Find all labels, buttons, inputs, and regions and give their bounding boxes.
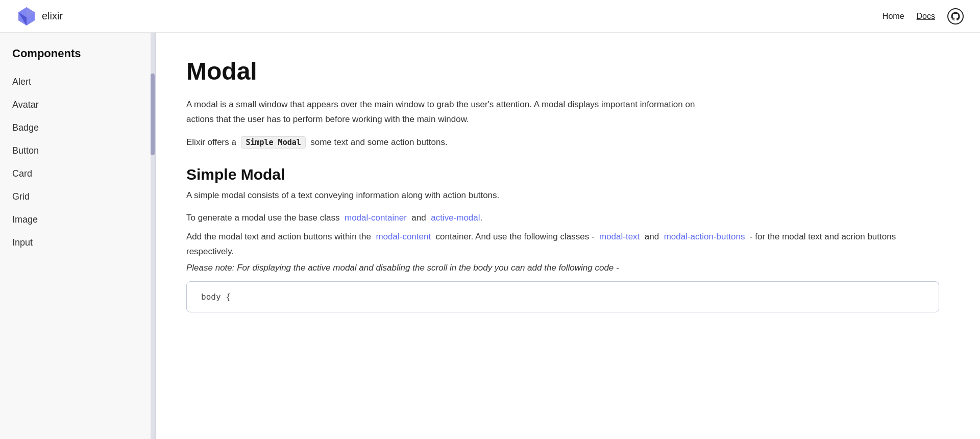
intro-paragraph: A modal is a small window that appears o… xyxy=(186,97,722,127)
sidebar-item-input[interactable]: Input xyxy=(12,231,155,254)
sidebar: Components Alert Avatar Badge Button Car… xyxy=(0,33,156,439)
page-title: Modal xyxy=(186,57,939,85)
layout: Components Alert Avatar Badge Button Car… xyxy=(0,33,980,439)
modal-container-link[interactable]: modal-container xyxy=(345,213,407,223)
sidebar-item-grid[interactable]: Grid xyxy=(12,185,155,208)
instruction1-before: To generate a modal use the base class xyxy=(186,213,340,223)
logo-icon xyxy=(16,6,37,27)
offers-text-after: some text and some action buttons. xyxy=(310,137,447,147)
main-content: Modal A modal is a small window that app… xyxy=(156,33,980,439)
sidebar-title: Components xyxy=(12,47,155,60)
sidebar-item-avatar[interactable]: Avatar xyxy=(12,93,155,116)
header-nav: Home Docs xyxy=(883,8,964,25)
sidebar-scrollbar-thumb xyxy=(151,74,155,155)
note-text: Please note: For displaying the active m… xyxy=(186,263,939,273)
logo-area: elixir xyxy=(16,6,63,27)
active-modal-link[interactable]: active-modal xyxy=(431,213,480,223)
github-icon[interactable] xyxy=(947,8,964,25)
header: elixir Home Docs xyxy=(0,0,980,33)
offers-text-before: Elixir offers a xyxy=(186,137,236,147)
instruction2-mid2: and xyxy=(645,232,659,241)
sidebar-item-image[interactable]: Image xyxy=(12,208,155,231)
svg-point-3 xyxy=(948,9,963,24)
sidebar-item-button[interactable]: Button xyxy=(12,139,155,162)
instruction1-mid: and xyxy=(411,213,426,223)
offers-text: Elixir offers a Simple Modal some text a… xyxy=(186,137,939,148)
instruction2-before: Add the modal text and action buttons wi… xyxy=(186,232,371,241)
instruction1: To generate a modal use the base class m… xyxy=(186,211,939,226)
section1-title: Simple Modal xyxy=(186,166,939,183)
logo-text: elixir xyxy=(42,10,63,22)
nav-docs[interactable]: Docs xyxy=(917,12,935,21)
modal-text-link[interactable]: modal-text xyxy=(599,232,640,241)
modal-action-buttons-link[interactable]: modal-action-buttons xyxy=(664,232,745,241)
nav-home[interactable]: Home xyxy=(883,12,904,21)
sidebar-item-card[interactable]: Card xyxy=(12,162,155,185)
instruction2-mid: container. And use the following classes… xyxy=(436,232,595,241)
offers-inline-code: Simple Modal xyxy=(241,136,305,149)
sidebar-item-alert[interactable]: Alert xyxy=(12,70,155,93)
modal-content-link[interactable]: modal-content xyxy=(376,232,431,241)
code-line-1: body { xyxy=(201,292,924,302)
instruction2: Add the modal text and action buttons wi… xyxy=(186,230,939,259)
sidebar-scrollbar[interactable] xyxy=(151,33,155,439)
section1-desc: A simple modal consists of a text convey… xyxy=(186,190,939,201)
instruction1-after: . xyxy=(480,213,483,223)
code-block: body { xyxy=(186,281,939,312)
sidebar-item-badge[interactable]: Badge xyxy=(12,116,155,139)
